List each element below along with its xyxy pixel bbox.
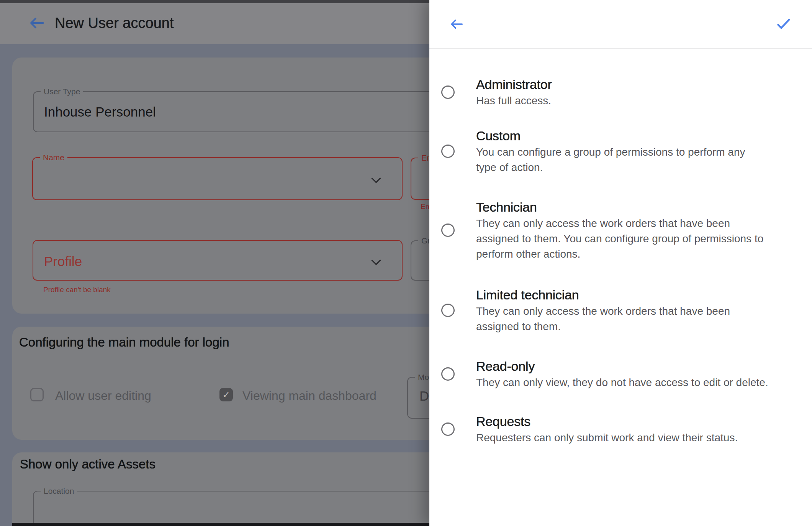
option-custom[interactable]: Custom You can configure a group of perm… [441, 127, 797, 175]
option-title: Limited technician [476, 286, 790, 304]
location-label: Location [41, 486, 77, 496]
option-title: Administrator [476, 76, 790, 93]
radio-icon[interactable] [441, 367, 455, 381]
profile-field[interactable]: Profile [33, 240, 403, 281]
option-limited-technician[interactable]: Limited technician They can only access … [441, 286, 797, 334]
radio-icon[interactable] [441, 422, 455, 436]
profile-placeholder: Profile [44, 254, 82, 269]
option-description: They can only access the work orders tha… [476, 216, 790, 262]
app-window: New User account User Type Inhouse Perso… [0, 0, 812, 526]
user-type-label: User Type [41, 87, 83, 97]
option-title: Requests [476, 413, 790, 430]
option-description: They can only access the work orders tha… [476, 304, 790, 334]
option-title: Custom [476, 127, 790, 145]
section-heading: Configuring the main module for login [19, 335, 229, 350]
radio-icon[interactable] [441, 304, 455, 317]
back-arrow-icon[interactable] [29, 17, 44, 29]
section-heading: Show only active Assets [20, 457, 156, 472]
bottom-edge-strip [12, 523, 429, 526]
allow-user-editing-checkbox[interactable] [30, 388, 44, 401]
name-label: Name [40, 153, 67, 163]
option-administrator[interactable]: Administrator Has full access. [441, 76, 797, 108]
option-requests[interactable]: Requests Requesters can only submit work… [441, 413, 797, 445]
radio-icon[interactable] [441, 145, 455, 158]
option-description: They can only view, they do not have acc… [476, 375, 790, 390]
radio-icon[interactable] [441, 85, 455, 99]
radio-icon[interactable] [441, 224, 455, 237]
name-field[interactable]: Name [32, 157, 403, 200]
check-icon: ✓ [222, 390, 230, 400]
allow-user-editing-label: Allow user editing [55, 389, 151, 403]
back-arrow-icon[interactable] [450, 18, 463, 30]
option-read-only[interactable]: Read-only They can only view, they do no… [441, 357, 797, 390]
option-description: Has full access. [476, 93, 790, 108]
viewing-main-dashboard-checkbox[interactable]: ✓ [219, 388, 233, 401]
chevron-down-icon[interactable] [371, 255, 381, 265]
option-description: You can configure a group of permissions… [476, 145, 790, 175]
chevron-down-icon[interactable] [371, 173, 381, 183]
option-description: Requesters can only submit work and view… [476, 430, 790, 445]
divider [429, 48, 812, 49]
profile-picker-overlay: Administrator Has full access. Custom Yo… [429, 0, 812, 526]
option-technician[interactable]: Technician They can only access the work… [441, 198, 797, 262]
profile-error-text: Profile can't be blank [43, 286, 111, 294]
confirm-check-icon[interactable] [777, 18, 791, 30]
option-title: Read-only [476, 357, 790, 375]
page-title: New User account [55, 15, 174, 31]
viewing-main-dashboard-label: Viewing main dashboard [242, 389, 377, 403]
option-title: Technician [476, 198, 790, 216]
user-type-value: Inhouse Personnel [44, 104, 156, 120]
